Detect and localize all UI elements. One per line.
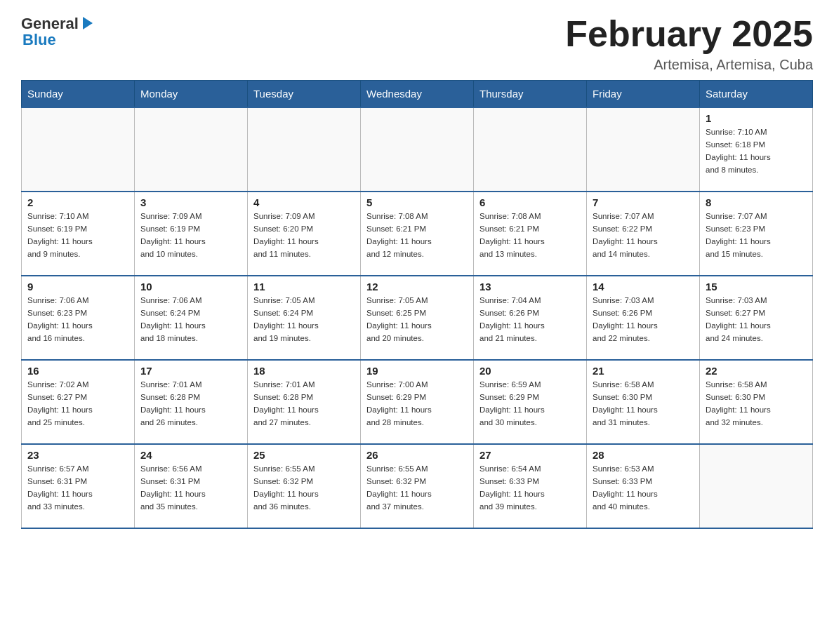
- day-number: 6: [479, 196, 581, 208]
- day-number: 7: [593, 196, 694, 208]
- day-number: 18: [253, 365, 355, 377]
- calendar-day-cell: 11Sunrise: 7:05 AMSunset: 6:24 PMDayligh…: [248, 276, 361, 360]
- day-info: Sunrise: 7:10 AMSunset: 6:19 PMDaylight:…: [27, 210, 128, 260]
- day-info: Sunrise: 7:07 AMSunset: 6:22 PMDaylight:…: [593, 210, 694, 260]
- calendar-day-cell: 17Sunrise: 7:01 AMSunset: 6:28 PMDayligh…: [135, 360, 248, 444]
- day-info: Sunrise: 7:10 AMSunset: 6:18 PMDaylight:…: [706, 126, 807, 176]
- day-info: Sunrise: 7:09 AMSunset: 6:20 PMDaylight:…: [253, 210, 355, 260]
- day-number: 14: [593, 281, 694, 293]
- day-number: 11: [253, 281, 355, 293]
- calendar-day-cell: 19Sunrise: 7:00 AMSunset: 6:29 PMDayligh…: [361, 360, 474, 444]
- day-number: 13: [479, 281, 581, 293]
- day-number: 25: [253, 449, 355, 461]
- day-info: Sunrise: 7:09 AMSunset: 6:19 PMDaylight:…: [140, 210, 241, 260]
- day-info: Sunrise: 6:54 AMSunset: 6:33 PMDaylight:…: [479, 463, 581, 513]
- day-info: Sunrise: 7:00 AMSunset: 6:29 PMDaylight:…: [366, 379, 468, 429]
- calendar-week-row: 16Sunrise: 7:02 AMSunset: 6:27 PMDayligh…: [22, 360, 813, 444]
- weekday-header: Friday: [587, 81, 700, 108]
- day-info: Sunrise: 6:55 AMSunset: 6:32 PMDaylight:…: [253, 463, 355, 513]
- day-number: 24: [140, 449, 241, 461]
- day-number: 8: [706, 196, 807, 208]
- calendar-day-cell: 23Sunrise: 6:57 AMSunset: 6:31 PMDayligh…: [22, 444, 135, 528]
- weekday-header: Tuesday: [248, 81, 361, 108]
- calendar-day-cell: 4Sunrise: 7:09 AMSunset: 6:20 PMDaylight…: [248, 192, 361, 276]
- day-info: Sunrise: 7:07 AMSunset: 6:23 PMDaylight:…: [706, 210, 807, 260]
- day-info: Sunrise: 6:57 AMSunset: 6:31 PMDaylight:…: [27, 463, 128, 513]
- page-header: General Blue February 2025 Artemisa, Art…: [21, 14, 813, 73]
- day-info: Sunrise: 7:06 AMSunset: 6:24 PMDaylight:…: [140, 295, 241, 344]
- day-info: Sunrise: 6:58 AMSunset: 6:30 PMDaylight:…: [706, 379, 807, 429]
- calendar-day-cell: 24Sunrise: 6:56 AMSunset: 6:31 PMDayligh…: [135, 444, 248, 528]
- calendar-day-cell: 21Sunrise: 6:58 AMSunset: 6:30 PMDayligh…: [587, 360, 700, 444]
- day-number: 26: [366, 449, 468, 461]
- calendar-day-cell: [22, 107, 135, 192]
- day-info: Sunrise: 7:06 AMSunset: 6:23 PMDaylight:…: [27, 295, 128, 344]
- logo-blue-text: Blue: [22, 31, 56, 48]
- calendar-day-cell: 8Sunrise: 7:07 AMSunset: 6:23 PMDaylight…: [700, 192, 813, 276]
- day-number: 27: [479, 449, 581, 461]
- calendar-day-cell: [248, 107, 361, 192]
- calendar-day-cell: [700, 444, 813, 528]
- calendar-day-cell: 12Sunrise: 7:05 AMSunset: 6:25 PMDayligh…: [361, 276, 474, 360]
- calendar-day-cell: 1Sunrise: 7:10 AMSunset: 6:18 PMDaylight…: [700, 107, 813, 192]
- calendar-week-row: 2Sunrise: 7:10 AMSunset: 6:19 PMDaylight…: [22, 192, 813, 276]
- calendar-day-cell: 20Sunrise: 6:59 AMSunset: 6:29 PMDayligh…: [474, 360, 587, 444]
- day-number: 20: [479, 365, 581, 377]
- calendar-week-row: 23Sunrise: 6:57 AMSunset: 6:31 PMDayligh…: [22, 444, 813, 528]
- day-number: 3: [140, 196, 241, 208]
- calendar-day-cell: 25Sunrise: 6:55 AMSunset: 6:32 PMDayligh…: [248, 444, 361, 528]
- day-number: 5: [366, 196, 468, 208]
- day-number: 19: [366, 365, 468, 377]
- day-info: Sunrise: 7:03 AMSunset: 6:27 PMDaylight:…: [706, 295, 807, 344]
- calendar-day-cell: 6Sunrise: 7:08 AMSunset: 6:21 PMDaylight…: [474, 192, 587, 276]
- day-info: Sunrise: 6:53 AMSunset: 6:33 PMDaylight:…: [593, 463, 694, 513]
- calendar-day-cell: 15Sunrise: 7:03 AMSunset: 6:27 PMDayligh…: [700, 276, 813, 360]
- calendar-day-cell: 7Sunrise: 7:07 AMSunset: 6:22 PMDaylight…: [587, 192, 700, 276]
- weekday-header: Thursday: [474, 81, 587, 108]
- day-number: 15: [706, 281, 807, 293]
- day-number: 2: [27, 196, 128, 208]
- day-info: Sunrise: 6:56 AMSunset: 6:31 PMDaylight:…: [140, 463, 241, 513]
- logo-arrow-icon: [80, 15, 95, 31]
- calendar-day-cell: 3Sunrise: 7:09 AMSunset: 6:19 PMDaylight…: [135, 192, 248, 276]
- calendar-day-cell: 10Sunrise: 7:06 AMSunset: 6:24 PMDayligh…: [135, 276, 248, 360]
- weekday-header: Saturday: [700, 81, 813, 108]
- calendar-header-row: SundayMondayTuesdayWednesdayThursdayFrid…: [22, 81, 813, 108]
- location-title: Artemisa, Artemisa, Cuba: [565, 57, 813, 73]
- day-number: 23: [27, 449, 128, 461]
- calendar-day-cell: 2Sunrise: 7:10 AMSunset: 6:19 PMDaylight…: [22, 192, 135, 276]
- calendar-day-cell: 14Sunrise: 7:03 AMSunset: 6:26 PMDayligh…: [587, 276, 700, 360]
- weekday-header: Wednesday: [361, 81, 474, 108]
- day-number: 22: [706, 365, 807, 377]
- day-info: Sunrise: 7:04 AMSunset: 6:26 PMDaylight:…: [479, 295, 581, 344]
- day-number: 10: [140, 281, 241, 293]
- calendar-day-cell: 26Sunrise: 6:55 AMSunset: 6:32 PMDayligh…: [361, 444, 474, 528]
- calendar-day-cell: 27Sunrise: 6:54 AMSunset: 6:33 PMDayligh…: [474, 444, 587, 528]
- calendar-day-cell: [474, 107, 587, 192]
- day-number: 17: [140, 365, 241, 377]
- weekday-header: Monday: [135, 81, 248, 108]
- calendar-table: SundayMondayTuesdayWednesdayThursdayFrid…: [21, 80, 813, 529]
- day-info: Sunrise: 7:03 AMSunset: 6:26 PMDaylight:…: [593, 295, 694, 344]
- calendar-day-cell: 18Sunrise: 7:01 AMSunset: 6:28 PMDayligh…: [248, 360, 361, 444]
- logo: General Blue: [21, 14, 95, 49]
- title-area: February 2025 Artemisa, Artemisa, Cuba: [565, 14, 813, 73]
- calendar-day-cell: 16Sunrise: 7:02 AMSunset: 6:27 PMDayligh…: [22, 360, 135, 444]
- calendar-day-cell: [361, 107, 474, 192]
- svg-marker-0: [83, 17, 93, 29]
- calendar-week-row: 1Sunrise: 7:10 AMSunset: 6:18 PMDaylight…: [22, 107, 813, 192]
- day-info: Sunrise: 7:05 AMSunset: 6:24 PMDaylight:…: [253, 295, 355, 344]
- day-info: Sunrise: 7:08 AMSunset: 6:21 PMDaylight:…: [479, 210, 581, 260]
- calendar-day-cell: [135, 107, 248, 192]
- day-number: 9: [27, 281, 128, 293]
- day-info: Sunrise: 7:02 AMSunset: 6:27 PMDaylight:…: [27, 379, 128, 429]
- month-title: February 2025: [565, 14, 813, 54]
- calendar-day-cell: 9Sunrise: 7:06 AMSunset: 6:23 PMDaylight…: [22, 276, 135, 360]
- calendar-day-cell: 28Sunrise: 6:53 AMSunset: 6:33 PMDayligh…: [587, 444, 700, 528]
- day-number: 21: [593, 365, 694, 377]
- day-number: 28: [593, 449, 694, 461]
- calendar-day-cell: 13Sunrise: 7:04 AMSunset: 6:26 PMDayligh…: [474, 276, 587, 360]
- day-number: 16: [27, 365, 128, 377]
- day-info: Sunrise: 7:01 AMSunset: 6:28 PMDaylight:…: [253, 379, 355, 429]
- calendar-week-row: 9Sunrise: 7:06 AMSunset: 6:23 PMDaylight…: [22, 276, 813, 360]
